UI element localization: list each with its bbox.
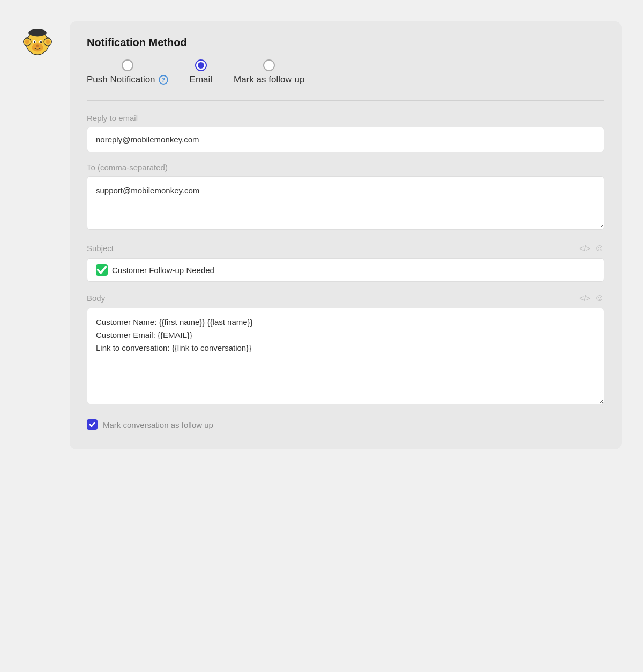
divider xyxy=(87,100,604,101)
email-radio-button[interactable] xyxy=(195,59,207,71)
push-radio-button[interactable] xyxy=(122,59,133,71)
svg-point-14 xyxy=(41,41,42,42)
svg-point-11 xyxy=(34,41,36,43)
to-email-label-text: To (comma-separated) xyxy=(87,163,168,172)
reply-to-email-section: Reply to email xyxy=(87,114,604,152)
body-code-icon[interactable]: </> xyxy=(579,294,590,303)
svg-point-7 xyxy=(41,30,46,34)
followup-label: Mark as follow up xyxy=(234,74,304,85)
body-field-icons: </> ☺ xyxy=(579,292,604,304)
reply-to-label-text: Reply to email xyxy=(87,114,138,123)
card-title: Notification Method xyxy=(87,36,604,49)
svg-point-15 xyxy=(36,44,39,47)
to-email-input[interactable]: support@mobilemonkey.com xyxy=(87,176,604,230)
to-email-section: To (comma-separated) support@mobilemonke… xyxy=(87,163,604,232)
method-email[interactable]: Email xyxy=(190,59,213,85)
push-notification-label: Push Notification xyxy=(87,74,155,85)
notification-methods: Push Notification ? Email Mark as follow… xyxy=(87,59,604,85)
notification-card: Notification Method Push Notification ? … xyxy=(70,21,622,449)
body-label-text: Body xyxy=(87,293,105,303)
reply-to-label: Reply to email xyxy=(87,114,604,123)
followup-radio-button[interactable] xyxy=(263,59,275,71)
subject-label-row: Subject </> ☺ xyxy=(87,243,604,254)
subject-value-text: Customer Follow-up Needed xyxy=(112,266,214,275)
svg-point-6 xyxy=(29,30,34,34)
email-radio-row xyxy=(195,59,207,71)
followup-radio-row xyxy=(263,59,275,71)
method-push-notification[interactable]: Push Notification ? xyxy=(87,59,168,85)
subject-label-text: Subject xyxy=(87,244,114,253)
body-emoji-icon[interactable]: ☺ xyxy=(595,292,604,304)
svg-point-4 xyxy=(46,40,50,44)
method-follow-up[interactable]: Mark as follow up xyxy=(234,59,304,85)
subject-green-check-badge xyxy=(96,264,108,276)
page-wrapper: Notification Method Push Notification ? … xyxy=(11,11,632,460)
reply-to-email-input[interactable] xyxy=(87,127,604,152)
footer-checkbox-row: Mark conversation as follow up xyxy=(87,419,604,430)
body-input[interactable]: Customer Name: {{first name}} {{last nam… xyxy=(87,308,604,404)
svg-point-3 xyxy=(25,40,29,44)
mark-follow-up-checkbox[interactable] xyxy=(87,419,98,430)
logo-area xyxy=(21,21,64,60)
subject-code-icon[interactable]: </> xyxy=(579,244,590,253)
body-section: Body </> ☺ Customer Name: {{first name}}… xyxy=(87,292,604,406)
checkbox-check-icon xyxy=(89,421,95,428)
check-icon xyxy=(96,264,108,276)
subject-section: Subject </> ☺ Customer Follow-up Needed xyxy=(87,243,604,282)
push-radio-row xyxy=(122,59,133,71)
svg-point-12 xyxy=(40,41,42,43)
to-email-label: To (comma-separated) xyxy=(87,163,604,172)
push-help-icon[interactable]: ? xyxy=(159,75,168,85)
svg-point-8 xyxy=(32,43,43,52)
svg-point-13 xyxy=(35,41,35,42)
email-label: Email xyxy=(190,74,213,85)
subject-emoji-icon[interactable]: ☺ xyxy=(595,243,604,254)
subject-field-icons: </> ☺ xyxy=(579,243,604,254)
mark-follow-up-label: Mark conversation as follow up xyxy=(103,420,213,429)
body-label-row: Body </> ☺ xyxy=(87,292,604,304)
monkey-logo-icon xyxy=(21,26,54,58)
subject-input-row: Customer Follow-up Needed xyxy=(87,258,604,282)
